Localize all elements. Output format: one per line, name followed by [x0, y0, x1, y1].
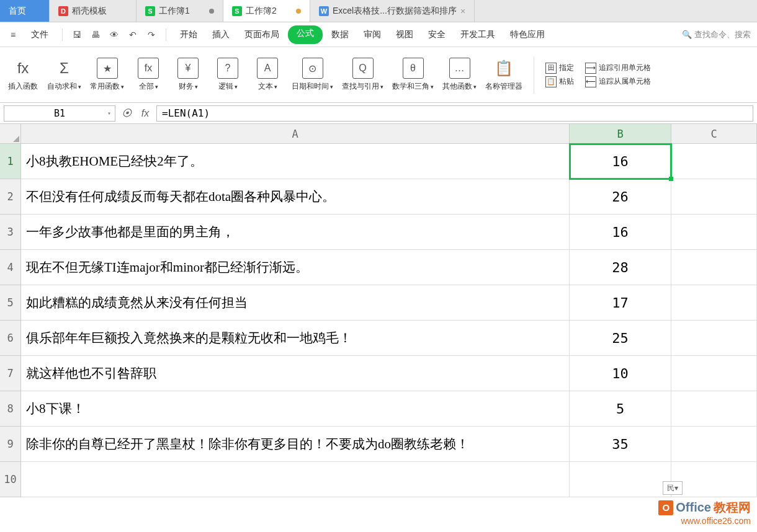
row-header[interactable]: 3 — [0, 215, 21, 250]
row-header[interactable]: 1 — [0, 144, 21, 179]
preview-icon[interactable]: 👁 — [107, 28, 121, 42]
cell[interactable]: 16 — [570, 144, 671, 179]
cell[interactable]: 现在不但无缘TI连major和minor都已经渐行渐远。 — [21, 250, 570, 285]
cell[interactable] — [671, 179, 757, 215]
cell[interactable] — [671, 321, 757, 356]
menu-tab[interactable]: 页面布局 — [238, 25, 285, 44]
cell[interactable]: 小8执教EHOME已经快2年了。 — [21, 144, 570, 179]
cell[interactable] — [21, 462, 570, 497]
undo-icon[interactable]: ↶ — [126, 28, 140, 42]
cell[interactable]: 28 — [570, 250, 671, 285]
redo-icon[interactable]: ↷ — [145, 28, 158, 42]
column-header[interactable]: A — [21, 124, 570, 144]
row-header[interactable]: 2 — [0, 179, 21, 215]
menu-tab[interactable]: 审阅 — [357, 25, 387, 44]
tab-close-icon[interactable]: × — [460, 6, 465, 16]
row-header[interactable]: 6 — [0, 321, 21, 356]
cell[interactable]: 除非你的自尊已经开了黑皇杖！除非你有更多目的！不要成为do圈教练老赖！ — [21, 427, 570, 462]
cell[interactable] — [671, 215, 757, 250]
tab-app-icon: S — [232, 6, 242, 16]
paste-button[interactable]: 📋粘贴 — [545, 76, 574, 87]
trace-precedents-button[interactable]: ⟶追踪引用单元格 — [585, 63, 651, 74]
ribbon-toolbar: fx插入函数Σ自动求和★常用函数fx全部¥财务?逻辑A文本⊙日期和时间Q查找与引… — [0, 47, 757, 103]
row-header[interactable]: 4 — [0, 250, 21, 285]
name-box[interactable]: B1 — [4, 105, 115, 122]
select-all-corner[interactable] — [0, 124, 21, 144]
cell[interactable] — [671, 391, 757, 427]
ribbon-button[interactable]: A文本 — [252, 58, 283, 92]
cell[interactable]: 10 — [570, 356, 671, 391]
separator — [534, 56, 534, 94]
menu-tab[interactable]: 数据 — [325, 25, 355, 44]
menu-tab[interactable]: 视图 — [390, 25, 419, 44]
row-header[interactable]: 5 — [0, 285, 21, 321]
trace-dependents-button[interactable]: ⟵追踪从属单元格 — [585, 76, 651, 87]
cell[interactable]: 小8下课！ — [21, 391, 570, 427]
ribbon-button[interactable]: 📋名称管理器 — [485, 58, 522, 92]
cell[interactable] — [671, 144, 757, 179]
tab-label: 工作簿2 — [246, 6, 277, 17]
ribbon-button[interactable]: Σ自动求和 — [47, 58, 81, 92]
menu-tab[interactable]: 安全 — [422, 25, 452, 44]
cell[interactable]: 17 — [570, 285, 671, 321]
app-tab[interactable]: 首页 — [0, 0, 50, 22]
ribbon-label: 查找与引用 — [342, 81, 383, 92]
ribbon-group-paste: 田指定 📋粘贴 — [545, 63, 574, 87]
define-button[interactable]: 田指定 — [545, 63, 574, 74]
cell[interactable] — [671, 462, 757, 497]
ribbon-group-trace: ⟶追踪引用单元格 ⟵追踪从属单元格 — [585, 63, 651, 87]
column-header[interactable]: C — [671, 124, 757, 144]
row-header[interactable]: 9 — [0, 427, 21, 462]
ribbon-button[interactable]: ⊙日期和时间 — [292, 58, 333, 92]
cell[interactable]: 不但没有任何成绩反而每天都在dota圈各种风暴中心。 — [21, 179, 570, 215]
fx-icon[interactable]: fx — [138, 106, 153, 121]
row-header[interactable]: 10 — [0, 462, 21, 497]
cell[interactable]: 35 — [570, 427, 671, 462]
cell[interactable] — [671, 285, 757, 321]
ribbon-button[interactable]: Q查找与引用 — [342, 58, 383, 92]
cell[interactable]: 25 — [570, 321, 671, 356]
menu-tab[interactable]: 开发工具 — [454, 25, 501, 44]
app-tab[interactable]: D稻壳模板 — [50, 0, 137, 22]
cell[interactable] — [671, 427, 757, 462]
tab-status-dot — [209, 9, 214, 14]
menu-tab[interactable]: 插入 — [206, 25, 236, 44]
formula-input[interactable]: =LEN(A1) — [156, 105, 753, 122]
print-icon[interactable]: 🖶 — [89, 28, 102, 42]
ribbon-icon: A — [257, 58, 278, 79]
ribbon-button[interactable]: ?逻辑 — [212, 58, 243, 92]
ribbon-button[interactable]: ¥财务 — [172, 58, 204, 92]
menu-tab[interactable]: 公式 — [288, 25, 323, 44]
ribbon-button[interactable]: fx插入函数 — [7, 58, 38, 92]
row-header[interactable]: 7 — [0, 356, 21, 391]
cell[interactable] — [570, 462, 671, 497]
cell[interactable]: 俱乐部年年巨额投入竟然换来的是颗粒无收和一地鸡毛！ — [21, 321, 570, 356]
app-tab[interactable]: S工作簿1 — [137, 0, 223, 22]
cell[interactable] — [671, 356, 757, 391]
ribbon-button[interactable]: ★常用函数 — [90, 58, 124, 92]
cell[interactable]: 5 — [570, 391, 671, 427]
menu-file[interactable]: 文件 — [25, 25, 55, 44]
separator — [62, 29, 63, 41]
ribbon-button[interactable]: …其他函数 — [442, 58, 477, 92]
menu-tab[interactable]: 开始 — [174, 25, 204, 44]
cell[interactable]: 就这样他也不引咎辞职 — [21, 356, 570, 391]
cell[interactable]: 16 — [570, 215, 671, 250]
menu-tab[interactable]: 特色应用 — [504, 25, 551, 44]
cell[interactable]: 26 — [570, 179, 671, 215]
display-options-button[interactable]: 民▾ — [663, 481, 683, 495]
tab-label: 工作簿1 — [159, 6, 190, 17]
hamburger-icon[interactable]: ≡ — [6, 28, 20, 42]
command-search[interactable]: 🔍 查找命令、搜索 — [682, 29, 751, 40]
cell[interactable]: 一年多少故事他都是里面的男主角， — [21, 215, 570, 250]
trace-icon[interactable]: ⦿ — [119, 106, 134, 121]
app-tab[interactable]: S工作簿2 — [223, 0, 310, 22]
ribbon-button[interactable]: θ数学和三角 — [392, 58, 434, 92]
column-header[interactable]: B — [570, 124, 671, 144]
cell[interactable] — [671, 250, 757, 285]
cell[interactable]: 如此糟糕的成绩竟然从来没有任何担当 — [21, 285, 570, 321]
ribbon-button[interactable]: fx全部 — [133, 58, 164, 92]
app-tab[interactable]: WExcel表格技...行数据筛选和排序× — [310, 0, 475, 22]
save-icon[interactable]: 🖫 — [70, 28, 84, 42]
row-header[interactable]: 8 — [0, 391, 21, 427]
